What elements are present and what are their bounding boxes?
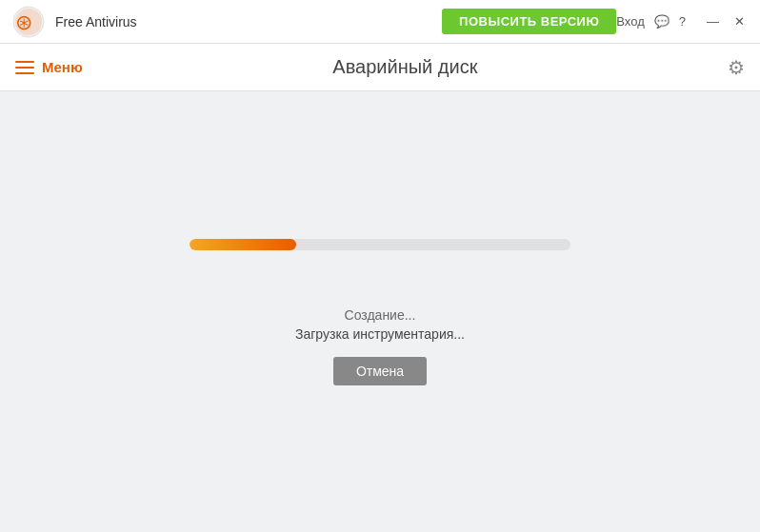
- main-content: Создание... Загрузка инструментария... О…: [0, 91, 760, 532]
- close-button[interactable]: ✕: [730, 12, 749, 30]
- chat-icon[interactable]: 💬: [654, 14, 670, 29]
- status-line2: Загрузка инструментария...: [295, 326, 465, 342]
- status-line1: Создание...: [345, 307, 416, 323]
- minimize-button[interactable]: —: [703, 12, 723, 30]
- menu-button[interactable]: Меню: [15, 59, 83, 75]
- status-area: Создание... Загрузка инструментария... О…: [295, 307, 465, 385]
- titlebar-left: ⊛ Free Antivirus: [11, 5, 442, 39]
- page-title: Аварийный диск: [83, 56, 728, 78]
- svg-text:⊛: ⊛: [15, 10, 32, 34]
- menu-label: Меню: [42, 59, 83, 75]
- app-name: Free Antivirus: [55, 14, 137, 30]
- help-button[interactable]: ?: [679, 14, 686, 29]
- progress-bar-container: [190, 239, 570, 250]
- navbar: Меню Аварийный диск ⚙: [0, 44, 760, 91]
- titlebar: ⊛ Free Antivirus ПОВЫСИТЬ ВЕРСИЮ Вход 💬 …: [0, 0, 760, 44]
- hamburger-icon: [15, 61, 34, 74]
- avast-logo: ⊛: [11, 5, 46, 39]
- cancel-button[interactable]: Отмена: [333, 357, 427, 385]
- settings-button[interactable]: ⚙: [728, 56, 745, 79]
- progress-bar: [190, 239, 296, 250]
- titlebar-right: Вход 💬 ? — ✕: [616, 12, 749, 30]
- window-controls: — ✕: [703, 12, 749, 30]
- upgrade-button[interactable]: ПОВЫСИТЬ ВЕРСИЮ: [442, 9, 616, 34]
- login-label[interactable]: Вход: [616, 14, 644, 29]
